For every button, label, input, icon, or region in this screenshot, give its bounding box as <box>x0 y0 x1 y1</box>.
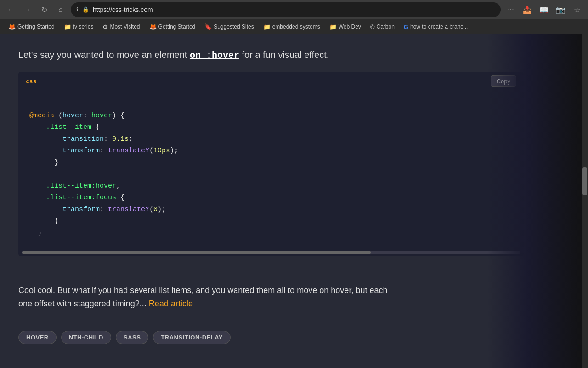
bookmark-most-visited[interactable]: ⚙ Most Visited <box>99 23 143 31</box>
bookmark-web-dev[interactable]: 📁 Web Dev <box>326 23 365 31</box>
bookmark-label: how to create a branc... <box>410 23 468 30</box>
bookmark-label: Suggested Sites <box>214 23 254 30</box>
page-content: Let's say you wanted to move an element … <box>0 34 588 368</box>
code-line-0 <box>29 98 513 110</box>
article-lower: Cool cool. But what if you had several l… <box>0 275 413 331</box>
code-scrollbar-track <box>22 251 520 254</box>
code-scrollbar-area[interactable] <box>18 248 524 256</box>
bookmark-star-button[interactable]: ☆ <box>571 3 583 16</box>
vertical-scrollbar[interactable] <box>582 34 588 368</box>
code-line-6 <box>29 168 513 180</box>
folder-icon-1: 📁 <box>64 23 71 30</box>
intro-text-before: Let's say you wanted to move an element <box>18 50 187 60</box>
carbon-icon: © <box>370 23 375 30</box>
code-line-11: } <box>29 227 513 239</box>
bookmark-suggested-sites[interactable]: 🔖 Suggested Sites <box>201 23 257 31</box>
lock-icon: 🔒 <box>82 6 89 13</box>
code-line-9: transform: translateY(0); <box>29 204 513 216</box>
bookmark-getting-started-1[interactable]: 🦊 Getting Started <box>5 23 58 31</box>
bookmark-label: embedded systems <box>272 23 320 30</box>
info-icon: ℹ <box>76 6 79 13</box>
read-article-link[interactable]: Read article <box>149 299 193 308</box>
address-bar[interactable] <box>93 6 495 13</box>
body-text-content: Cool cool. But what if you had several l… <box>18 286 387 308</box>
reload-button[interactable]: ↻ <box>38 3 51 16</box>
tag-nth-child[interactable]: NTH-CHILD <box>61 331 111 344</box>
bookmark-tv-series[interactable]: 📁 tv series <box>60 23 97 31</box>
firefox-icon: 🦊 <box>8 23 16 30</box>
code-line-8: .list--item:focus { <box>29 192 513 204</box>
bookmark-label: Carbon <box>376 23 394 30</box>
copy-button[interactable]: Copy <box>491 75 516 87</box>
bookmark-label: Getting Started <box>17 23 55 30</box>
forward-button[interactable]: → <box>21 3 34 16</box>
code-line-4: transform: translateY(10px); <box>29 145 513 157</box>
tag-transition-delay[interactable]: TRANSITION-DELAY <box>153 331 231 344</box>
bookmarks-bar: 🦊 Getting Started 📁 tv series ⚙ Most Vis… <box>0 19 588 34</box>
back-button[interactable]: ← <box>5 3 17 16</box>
home-button[interactable]: ⌂ <box>54 3 67 16</box>
reader-button[interactable]: 📖 <box>537 3 550 16</box>
address-bar-container: ℹ 🔒 <box>71 2 501 17</box>
code-block-wrapper: css Copy @media (hover: hover) { .list--… <box>18 72 524 256</box>
bookmark-carbon[interactable]: © Carbon <box>367 23 398 31</box>
folder-icon-3: 📁 <box>329 23 337 30</box>
body-text: Cool cool. But what if you had several l… <box>18 284 395 310</box>
article-content: Let's say you wanted to move an element … <box>0 34 413 275</box>
firefox-icon-2: 🦊 <box>149 23 157 30</box>
intro-text-after: for a fun visual effect. <box>242 50 329 60</box>
gear-icon: ⚙ <box>102 23 108 30</box>
browser-menu-button[interactable]: ··· <box>504 3 517 16</box>
screenshot-button[interactable]: 📷 <box>554 3 567 16</box>
code-block: @media (hover: hover) { .list--item { tr… <box>18 91 524 248</box>
pocket-button[interactable]: 📥 <box>521 3 534 16</box>
intro-highlight: on :hover <box>190 50 239 61</box>
code-line-5: } <box>29 157 513 169</box>
code-line-10: } <box>29 215 513 227</box>
tag-hover[interactable]: HOVER <box>18 331 57 344</box>
intro-paragraph: Let's say you wanted to move an element … <box>18 48 395 63</box>
bookmark-label: Getting Started <box>158 23 196 30</box>
browser-top-bar: ← → ↻ ⌂ ℹ 🔒 ··· 📥 📖 📷 ☆ <box>0 0 588 19</box>
code-block-header: css Copy <box>18 72 524 91</box>
bookmark-label: Web Dev <box>339 23 361 30</box>
code-line-1: @media (hover: hover) { <box>29 110 513 122</box>
code-line-7: .list--item:hover, <box>29 180 513 192</box>
bookmark-icon: 🔖 <box>204 23 212 30</box>
code-scrollbar-thumb[interactable] <box>22 251 371 254</box>
tag-sass[interactable]: SASS <box>116 331 148 344</box>
code-line-2: .list--item { <box>29 121 513 133</box>
bookmark-google-branch[interactable]: G how to create a branc... <box>400 23 472 31</box>
google-icon: G <box>404 23 408 30</box>
tags-container: HOVER NTH-CHILD SASS TRANSITION-DELAY <box>0 331 588 344</box>
code-line-3: transition: 0.1s; <box>29 133 513 145</box>
bookmark-label: tv series <box>73 23 94 30</box>
code-lang-label: css <box>26 78 36 85</box>
browser-chrome: ← → ↻ ⌂ ℹ 🔒 ··· 📥 📖 📷 ☆ 🦊 Getting Starte… <box>0 0 588 34</box>
folder-icon-2: 📁 <box>263 23 271 30</box>
bookmark-embedded-systems[interactable]: 📁 embedded systems <box>260 23 324 31</box>
vertical-scrollbar-thumb[interactable] <box>582 167 587 195</box>
bookmark-label: Most Visited <box>110 23 140 30</box>
bookmark-getting-started-2[interactable]: 🦊 Getting Started <box>146 23 199 31</box>
